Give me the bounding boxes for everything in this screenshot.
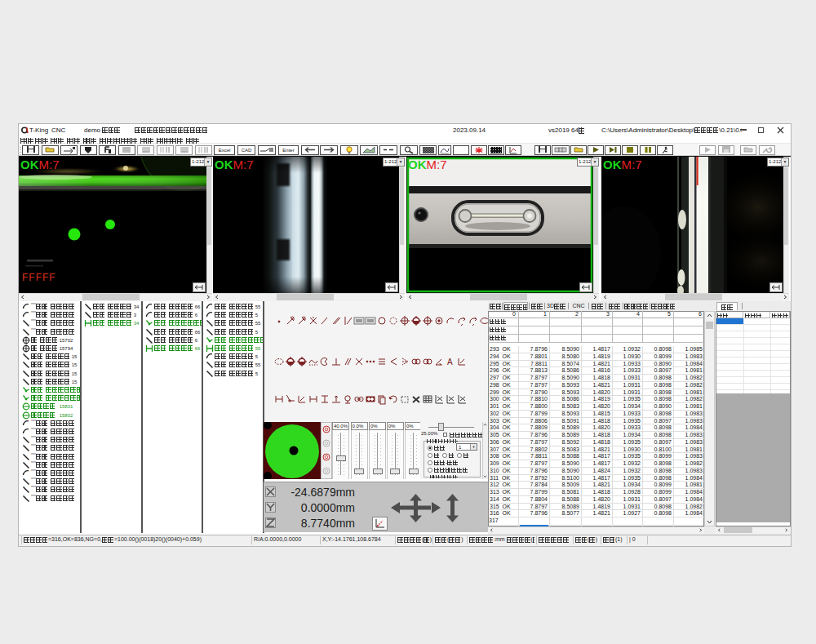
svg-text:FFFFF: FFFFF xyxy=(22,272,56,283)
svg-text:A: A xyxy=(447,358,453,366)
